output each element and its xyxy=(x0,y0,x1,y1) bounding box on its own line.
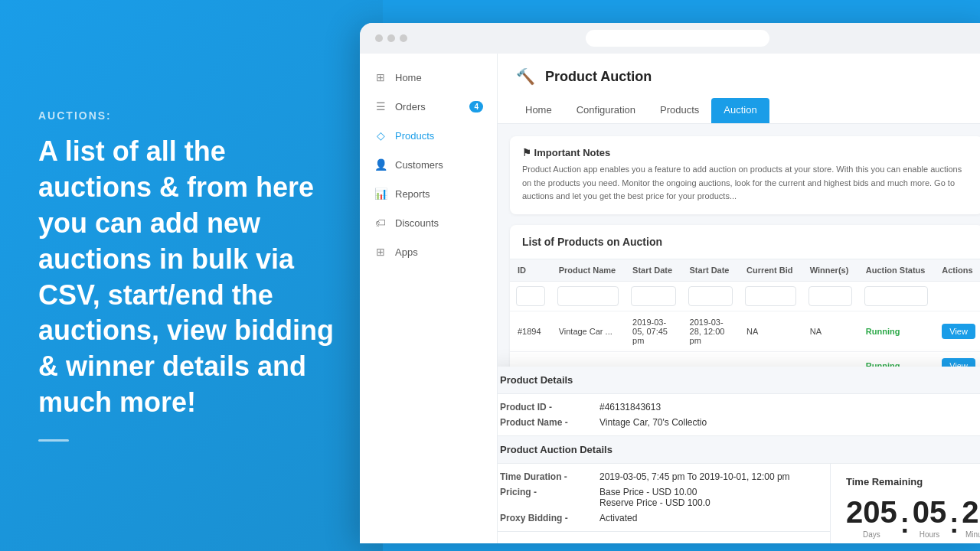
left-panel: AUCTIONS: A list of all the auctions & f… xyxy=(0,0,383,551)
browser-dot-1 xyxy=(375,34,383,42)
col-start-date: Start Date xyxy=(625,259,681,282)
browser-url-bar xyxy=(586,30,769,47)
countdown-hours: 05 Hours xyxy=(913,497,947,539)
app-title: Product Auction xyxy=(545,69,652,85)
row-start-date: 2019-03-05, 07:45 pm xyxy=(625,311,681,351)
sidebar-label-home: Home xyxy=(395,72,422,83)
browser-dot-2 xyxy=(387,34,395,42)
proxy-bidding-label: Proxy Bidding - xyxy=(500,513,592,523)
time-duration-row: Time Duration - 2019-03-05, 7:45 pm To 2… xyxy=(500,471,816,482)
product-name-row: Product Name - Vintage Car, 70's Collect… xyxy=(500,417,980,428)
tab-products[interactable]: Products xyxy=(648,98,711,123)
sidebar-item-orders[interactable]: ☰ Orders 4 xyxy=(360,92,497,121)
filter-row xyxy=(510,281,980,311)
time-duration-label: Time Duration - xyxy=(500,471,592,482)
sidebar: ⊞ Home ☰ Orders 4 ◇ Products 👤 Customers… xyxy=(360,54,498,543)
sidebar-item-customers[interactable]: 👤 Customers xyxy=(360,150,497,179)
sidebar-label-discounts: Discounts xyxy=(395,217,439,229)
tab-configuration[interactable]: Configuration xyxy=(564,98,648,123)
tab-home[interactable]: Home xyxy=(513,98,564,123)
divider-line xyxy=(38,439,69,442)
customers-icon: 👤 xyxy=(374,158,387,171)
countdown-hours-number: 05 xyxy=(913,497,947,527)
countdown-sep-2: : xyxy=(949,510,959,539)
browser-dot-3 xyxy=(400,34,407,42)
time-duration-value: 2019-03-05, 7:45 pm To 2019-10-01, 12:00… xyxy=(599,471,790,482)
row-winner: NA xyxy=(802,311,858,351)
col-auction-status: Auction Status xyxy=(858,259,934,282)
col-winner: Winner(s) xyxy=(802,259,858,282)
filter-end-date[interactable] xyxy=(688,286,733,306)
browser-chrome xyxy=(360,23,980,54)
proxy-bidding-row: Proxy Bidding - Activated xyxy=(500,513,816,523)
discounts-icon: 🏷 xyxy=(374,216,387,230)
filter-product-name[interactable] xyxy=(557,286,619,306)
view-button[interactable]: View xyxy=(942,324,975,339)
sidebar-label-reports: Reports xyxy=(395,188,430,200)
sidebar-item-reports[interactable]: 📊 Reports xyxy=(360,179,497,208)
product-id-label: Product ID - xyxy=(500,402,592,412)
col-id: ID xyxy=(510,259,551,282)
row-status: Running xyxy=(858,311,934,351)
countdown-days-number: 205 xyxy=(846,497,897,527)
home-icon: ⊞ xyxy=(374,70,387,84)
product-details-modal: Product Details Product ID - #4613184361… xyxy=(498,367,980,543)
products-icon: ◇ xyxy=(374,129,387,142)
app-title-row: 🔨 Product Auction xyxy=(513,64,980,89)
time-remaining-section: Time Remaining 205 Days : 05 Hours xyxy=(831,464,980,543)
sidebar-item-products[interactable]: ◇ Products xyxy=(360,121,497,150)
orders-badge: 4 xyxy=(469,101,483,112)
row-product-name: Vintage Car ... xyxy=(551,311,625,351)
product-details-title: Product Details xyxy=(498,367,980,394)
countdown-display: 205 Days : 05 Hours : 20 xyxy=(846,497,980,539)
important-notes-title: ⚑ Important Notes xyxy=(522,147,971,158)
sidebar-item-apps[interactable]: ⊞ Apps xyxy=(360,237,497,266)
time-remaining-title: Time Remaining xyxy=(846,476,980,487)
row-current-bid: NA xyxy=(739,311,802,351)
sidebar-label-customers: Customers xyxy=(395,159,443,171)
app-content: ⊞ Home ☰ Orders 4 ◇ Products 👤 Customers… xyxy=(360,54,980,543)
col-end-date: Start Date xyxy=(682,259,739,282)
table-row: #1894 Vintage Car ... 2019-03-05, 07:45 … xyxy=(510,311,980,351)
countdown-days-label: Days xyxy=(863,530,880,539)
sidebar-label-apps: Apps xyxy=(395,246,418,258)
sidebar-item-home[interactable]: ⊞ Home xyxy=(360,63,497,92)
app-header: 🔨 Product Auction Home Configuration Pro… xyxy=(498,54,980,124)
row-action[interactable]: View xyxy=(934,311,980,351)
countdown-minutes-number: 20 xyxy=(962,497,980,527)
filter-start-date[interactable] xyxy=(631,286,675,306)
product-name-value: Vintage Car, 70's Collectio xyxy=(599,417,707,428)
apps-icon: ⊞ xyxy=(374,245,387,259)
content-body: ⚑ Important Notes Product Auction app en… xyxy=(498,124,980,543)
filter-winner[interactable] xyxy=(808,286,852,306)
countdown-sep-1: : xyxy=(900,510,910,539)
important-notes-text: Product Auction app enables you a featur… xyxy=(522,163,971,204)
proxy-bidding-value: Activated xyxy=(599,513,637,523)
col-product-name: Product Name xyxy=(551,259,625,282)
filter-id[interactable] xyxy=(516,286,545,306)
auction-fields: Time Duration - 2019-03-05, 7:45 pm To 2… xyxy=(498,464,830,532)
auctions-label: AUCTIONS: xyxy=(38,109,345,122)
sidebar-item-discounts[interactable]: 🏷 Discounts xyxy=(360,208,497,237)
sidebar-label-orders: Orders xyxy=(395,101,426,112)
important-notes: ⚑ Important Notes Product Auction app en… xyxy=(510,136,980,214)
product-auction-details-title: Product Auction Details xyxy=(498,436,980,464)
auction-icon: 🔨 xyxy=(513,64,537,89)
browser-mockup: ⊞ Home ☰ Orders 4 ◇ Products 👤 Customers… xyxy=(360,23,980,543)
tab-auction[interactable]: Auction xyxy=(711,98,769,123)
main-description: A list of all the auctions & from here y… xyxy=(38,134,345,420)
row-end-date: 2019-03-28, 12:00 pm xyxy=(682,311,739,351)
row-id: #1894 xyxy=(510,311,551,351)
browser-dots xyxy=(375,34,407,42)
product-name-label: Product Name - xyxy=(500,417,592,428)
table-title: List of Products on Auction xyxy=(510,225,980,259)
pricing-row: Pricing - Base Price - USD 10.00 Reserve… xyxy=(500,487,816,508)
pricing-value: Base Price - USD 10.00 Reserve Price - U… xyxy=(599,487,710,508)
product-auction-two-col: Time Duration - 2019-03-05, 7:45 pm To 2… xyxy=(498,464,980,543)
col-actions: Actions xyxy=(934,259,980,282)
sidebar-label-products: Products xyxy=(395,130,434,142)
product-id-row: Product ID - #46131843613 xyxy=(500,402,980,412)
countdown-minutes: 20 Minutes xyxy=(962,497,980,539)
filter-status[interactable] xyxy=(864,286,928,306)
filter-current-bid[interactable] xyxy=(745,286,796,306)
